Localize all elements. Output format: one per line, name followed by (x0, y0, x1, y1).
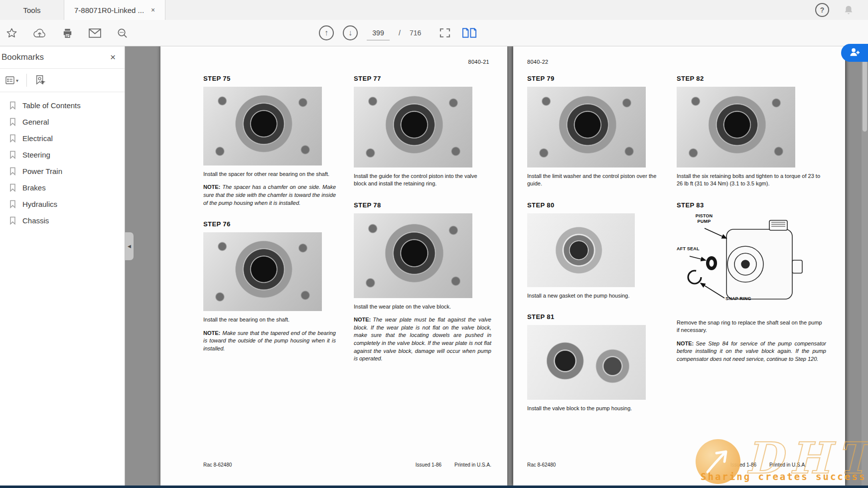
step-title: STEP 82 (677, 75, 826, 82)
step-caption: Install the spacer for other rear bearin… (203, 170, 336, 178)
bookmarks-header: Bookmarks × (0, 46, 125, 69)
cloud-upload-icon[interactable] (32, 27, 47, 39)
page-number-header: 8040-21 (468, 59, 489, 65)
tab-close-icon[interactable]: × (151, 6, 155, 13)
email-icon[interactable] (88, 27, 102, 39)
tabbar-right-icons: ? (815, 0, 855, 20)
footer-printed: Printed in U.S.A. (769, 462, 806, 468)
page-footer: Rac 8-62480 Issued 1-86 Printed in U.S.A… (203, 462, 491, 468)
left-page: 8040-21 STEP 75 Install the spacer for o… (160, 46, 507, 486)
new-bookmark-icon[interactable] (34, 74, 47, 87)
bookmark-icon (9, 118, 16, 126)
bookmarks-list: Table of Contents General Electrical Ste… (0, 92, 125, 229)
close-panel-icon[interactable]: × (108, 52, 118, 62)
bookmarks-toolbar: ▾ (0, 69, 125, 92)
step-caption: Install a new gasket on the pump housing… (527, 292, 663, 300)
bookmark-icon (9, 134, 16, 143)
step-title: STEP 79 (527, 75, 663, 82)
bookmark-item-general[interactable]: General (0, 114, 125, 130)
page-divider: / (399, 29, 401, 37)
pump-diagram: PISTON PUMP AFT SEAL SNAP RING (677, 213, 805, 314)
search-icon[interactable] (116, 26, 129, 40)
step-note: NOTE:See Step 84 for service of the pump… (677, 340, 826, 363)
bookmark-item-table-of-contents[interactable]: Table of Contents (0, 97, 125, 114)
previous-page-button[interactable]: ↑ (319, 25, 334, 40)
note-label: NOTE: (677, 340, 694, 346)
page-total: 716 (410, 29, 421, 37)
label-piston-pump: PISTON PUMP (692, 213, 717, 225)
bookmarks-panel: Bookmarks × ▾ Table of Contents General … (0, 46, 125, 488)
step-caption: Install the six retaining bolts and tigh… (677, 172, 826, 188)
page-footer: Rac 8-62480 Issued 1-86 Printed in U.S.A… (527, 462, 806, 468)
label-aft-seal: AFT SEAL (677, 246, 705, 252)
footer-doc-number: Rac 8-62480 (203, 462, 416, 468)
bookmark-item-hydraulics[interactable]: Hydraulics (0, 196, 125, 212)
star-icon[interactable] (5, 26, 18, 40)
step-caption: Install the limit washer and the control… (527, 172, 663, 188)
step-photo (527, 213, 635, 287)
bookmark-icon (9, 101, 16, 110)
note-label: NOTE: (203, 184, 220, 190)
tab-document[interactable]: 7-88071R0-Linked ... × (64, 0, 165, 20)
vertical-scrollbar[interactable] (862, 46, 868, 486)
note-text: The wear plate must be flat against the … (354, 317, 491, 361)
note-label: NOTE: (203, 330, 220, 336)
step-photo (527, 87, 646, 167)
bookmarks-title: Bookmarks (1, 52, 108, 62)
bookmark-item-label: Brakes (22, 183, 46, 192)
share-button[interactable] (841, 44, 868, 62)
step-photo (203, 87, 322, 165)
step-77: STEP 77 Install the guide for the contro… (354, 75, 491, 188)
two-page-view-icon[interactable] (461, 26, 478, 39)
bell-icon[interactable] (842, 3, 855, 16)
tab-tools[interactable]: Tools (0, 0, 64, 20)
bookmark-item-label: Hydraulics (22, 200, 57, 208)
collapse-sidebar-button[interactable]: ◀ (125, 232, 134, 260)
note-text: Make sure that the tapered end of the be… (203, 330, 336, 351)
bookmark-item-label: Chassis (22, 216, 49, 225)
note-text: See Step 84 for service of the pump comp… (677, 340, 826, 362)
note-text: The spacer has a chamfer on one side. Ma… (203, 184, 336, 205)
right-page: 8040-22 STEP 79 Install the limit washer… (513, 46, 845, 486)
bookmark-icon (9, 200, 16, 208)
step-title: STEP 78 (354, 201, 491, 209)
step-80: STEP 80 Install a new gasket on the pump… (527, 201, 663, 300)
bookmark-item-electrical[interactable]: Electrical (0, 130, 125, 147)
page-display-icon[interactable] (438, 26, 452, 40)
step-note: NOTE:Make sure that the tapered end of t… (203, 329, 336, 353)
bookmark-item-label: Electrical (22, 134, 53, 143)
help-icon[interactable]: ? (815, 3, 829, 17)
bookmark-item-power-train[interactable]: Power Train (0, 163, 125, 179)
step-76: STEP 76 Install the rear bearing on the … (203, 220, 336, 352)
toolbar: ↑ ↓ / 716 (0, 20, 868, 46)
step-78: STEP 78 Install the wear plate on the va… (354, 201, 491, 363)
bookmark-icon (9, 167, 16, 175)
step-title: STEP 77 (354, 75, 491, 82)
bookmark-item-chassis[interactable]: Chassis (0, 212, 125, 229)
print-icon[interactable] (61, 26, 74, 40)
bookmark-options-icon[interactable]: ▾ (4, 74, 19, 86)
step-79: STEP 79 Install the limit washer and the… (527, 75, 663, 188)
document-canvas[interactable]: 8040-21 STEP 75 Install the spacer for o… (125, 46, 868, 488)
bookmark-item-steering[interactable]: Steering (0, 147, 125, 163)
footer-printed: Printed in U.S.A. (454, 462, 491, 468)
toolbar-left-icons (5, 20, 129, 46)
step-82: STEP 82 Install the six retaining bolts … (677, 75, 826, 188)
step-photo (203, 232, 322, 311)
bookmark-icon (9, 151, 16, 159)
step-caption: Remove the snap ring to replace the shaf… (677, 319, 826, 334)
bookmark-item-brakes[interactable]: Brakes (0, 179, 125, 196)
step-title: STEP 76 (203, 220, 336, 228)
step-title: STEP 81 (527, 313, 663, 321)
next-page-button[interactable]: ↓ (343, 25, 358, 40)
note-label: NOTE: (354, 317, 371, 323)
step-caption: Install the wear plate on the valve bloc… (354, 303, 491, 311)
page-number-header: 8040-22 (527, 59, 548, 65)
label-snap-ring: SNAP RING (725, 296, 761, 302)
page-number-input[interactable] (367, 26, 390, 40)
step-83: STEP 83 (677, 201, 826, 363)
step-caption: Install the rear bearing on the shaft. (203, 316, 336, 324)
tab-bar: Tools 7-88071R0-Linked ... × ? (0, 0, 868, 20)
caret-down-icon: ▾ (16, 78, 18, 83)
tab-document-label: 7-88071R0-Linked ... (74, 6, 144, 14)
